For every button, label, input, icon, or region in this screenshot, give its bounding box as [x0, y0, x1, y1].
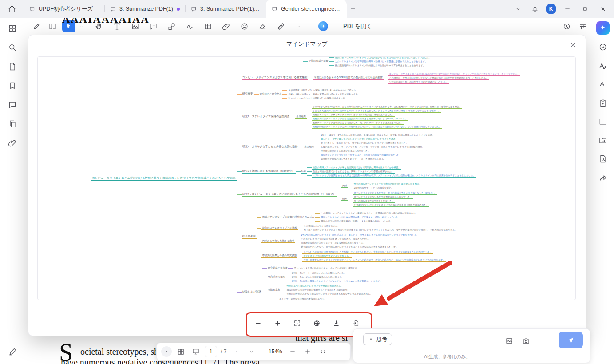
- mindmap-node-label[interactable]: 全体結果: [295, 115, 307, 119]
- close-window-button[interactable]: [596, 2, 610, 16]
- mindmap-node-label[interactable]: 結論および謝辞: [242, 290, 262, 294]
- avatar[interactable]: K: [546, 4, 556, 14]
- thinking-mode-chip[interactable]: 思考: [363, 333, 392, 345]
- insert-image-icon[interactable]: [503, 335, 515, 347]
- proofread-icon[interactable]: [597, 78, 609, 91]
- mindmap-node-label[interactable]: ステレオタイプのない条件では男女差はみられなかった。: [353, 195, 413, 199]
- mindmap-node-label[interactable]: 研究1〜4はいずれも事前登録済みの分析に基づく。: [291, 276, 345, 279]
- mindmap-node-label[interactable]: 子どもたちは女の子の興味に関するステレオタイプを支持した。女子よりも男子が高い傾…: [312, 109, 440, 113]
- mindmap-node-label[interactable]: 性別の興味ステレオタイプが実際の活動選択をゆがめるかを検証。: [353, 182, 422, 186]
- zoom-level-value[interactable]: 154%: [267, 348, 284, 355]
- ai-assistant-icon[interactable]: [318, 21, 328, 31]
- fit-width-button[interactable]: [317, 345, 329, 358]
- thumbnails-icon[interactable]: [6, 60, 19, 73]
- tab-summarize-pdf[interactable]: 3. Summarize PDF(1): [104, 0, 185, 18]
- tab-updf-beginner[interactable]: UPDF初心者シリーズ: [24, 0, 104, 18]
- notifications-bell-icon[interactable]: [529, 3, 541, 15]
- eraser-tool-icon[interactable]: [256, 20, 269, 32]
- tab-list-chevron-icon[interactable]: [512, 3, 524, 15]
- mindmap-node-label[interactable]: この興味においてもステレオタイプ脅威のみでなく、所属感や自己効力感の経路が示唆さ…: [320, 212, 419, 215]
- copy-pages-icon[interactable]: [6, 118, 19, 130]
- mindmap-node-label[interactable]: 今後、関連するステレオタイプの科学やイノベーションへの応用研究、教育への応用など…: [302, 258, 446, 262]
- mindmap-node-label[interactable]: 研究3：興味に関する実験結果（縦断研究）: [242, 170, 296, 174]
- mindmap-node-label[interactable]: 4〜6歳児においてもステレオタイプの低い活動を選ぶ傾向が確認された。: [353, 203, 429, 207]
- mindmap-node-label[interactable]: 小学1年から高校3年までの子どもの興味に関するステレオタイプを支持する率、また能…: [312, 105, 462, 109]
- mindmap-node-label[interactable]: 性別に基づく興味ステレオタイプが早期に形成される。: [286, 285, 344, 288]
- close-icon[interactable]: [567, 39, 579, 51]
- next-page-button[interactable]: [245, 345, 257, 358]
- updf-ai-icon[interactable]: [596, 21, 610, 35]
- reader-layout-icon[interactable]: [597, 115, 609, 128]
- measure-tool-icon[interactable]: [274, 20, 287, 32]
- mindmap-node-label[interactable]: 能力ステレオタイプは年齢とともに減少した一方、興味ステレオタイプは高止まりした。: [312, 121, 404, 125]
- mindmap-node-label[interactable]: 興味に関する信念が行動に影響することを示した初期の研究。: [286, 289, 351, 292]
- mindmap-node-label[interactable]: コンピュータサイエンスと工学における性別に基づく興味のステレオタイプの早期形成と…: [91, 176, 237, 181]
- mindmap-node-label[interactable]: 研究1〜4の結果は興味ステレオタイプがコンピュータサイエンス系で顕著なことを示す…: [291, 280, 383, 283]
- mindmap-node-label[interactable]: 研究1：ステレオタイプ保持の全国調査: [242, 115, 290, 119]
- zoom-in-button[interactable]: [269, 316, 286, 331]
- open-pdf-label[interactable]: PDFを開く: [343, 22, 372, 30]
- search-icon[interactable]: [6, 41, 19, 54]
- notes-icon[interactable]: [597, 97, 609, 109]
- zoom-in-button[interactable]: [301, 345, 314, 358]
- previous-page-button[interactable]: [230, 345, 242, 358]
- mindmap-node-label[interactable]: 幼少期のやわらかなベースで興味ステレオタイプをほどく小さな試みが大きな効果をもた…: [300, 245, 399, 249]
- apps-grid-icon[interactable]: [6, 22, 19, 35]
- mindmap-node-label[interactable]: 女子の興味は条件間で大きく変化した。: [353, 199, 395, 203]
- mindmap-node-label[interactable]: 性別に基づく興味ステレオタイプは幼少期から早ければ6歳の子どもたちに出現していま…: [334, 56, 432, 59]
- mindmap-node-label[interactable]: ステレオタイプのある条件では、女子の興味が男子よりも低くなった（d=0.7）。: [353, 191, 437, 195]
- mindmap-node-label[interactable]: 研究助成と参加者: [267, 266, 288, 270]
- comments-icon[interactable]: [6, 99, 19, 111]
- mindmap-node-label[interactable]: 早期の形成と影響: [308, 59, 329, 63]
- more-tools-icon[interactable]: [293, 20, 305, 32]
- mindmap-node-label[interactable]: コンピュータサイエンスおよび工学における男女格差: [242, 76, 308, 80]
- mindmap-node-label[interactable]: 分野間の差はこれらの分野でとりわけ顕著になっている。: [388, 80, 449, 84]
- language-button[interactable]: [309, 316, 325, 331]
- mindmap-node-label[interactable]: 主な結果: [303, 145, 315, 149]
- mindmap-node-label[interactable]: 3つのクロスセクショナル調査と2つの実験で構成される。: [287, 97, 348, 100]
- fit-screen-button[interactable]: [289, 316, 306, 331]
- mindmap-node-label[interactable]: 実際には性別のみでなく興味ステレオタイプの効果も多様なサンプルで確認される。: [286, 293, 373, 296]
- mindmap-node-label[interactable]: 研究成果の要約: [267, 275, 286, 279]
- mindmap-node-label[interactable]: 興味: [341, 184, 348, 188]
- mindmap-node-label[interactable]: 社会経済状況による大きな差はみられなかった。: [320, 150, 371, 153]
- bookmark-icon[interactable]: [6, 79, 19, 92]
- mindmap-node-label[interactable]: 限界: [267, 299, 273, 300]
- mindmap-node-label[interactable]: なぜ興味の方が強く作用するのか。: [303, 225, 341, 228]
- export-icon[interactable]: [597, 134, 609, 146]
- mindmap-node-label[interactable]: 興味の低下が下流の進路選択に影響し、大人の職場の偏りにつながる。: [320, 220, 394, 223]
- mindmap-node-label[interactable]: ワシントン大学等の助成金のもと、すべての参加者に感謝する。: [293, 267, 360, 270]
- page-number-input[interactable]: 1: [205, 346, 217, 357]
- thumbnails-view-icon[interactable]: [174, 345, 187, 358]
- translate-icon[interactable]: [597, 59, 609, 72]
- mindmap-node-label[interactable]: 米国におけるあらゆるSTEM分野での男女差とその社会的影響: [313, 76, 383, 80]
- reader-mode-icon[interactable]: [46, 20, 59, 32]
- mindmap-node-label[interactable]: このステレオタイプが学童前期の興味・動機づけ・所属感に影響を与えることがあります…: [334, 60, 428, 63]
- edit-pen-icon[interactable]: [30, 20, 43, 32]
- mindmap-node-label[interactable]: 本研究の限界と今後の研究課題: [261, 254, 297, 258]
- mindmap-node-label[interactable]: 大規模調査（研究1・2）と実験（研究3・4）を組み合わせて行った。: [287, 89, 359, 92]
- avatar-edit-icon[interactable]: [597, 41, 609, 53]
- mindmap-node-label[interactable]: 興味ある研究を実施する意味: [261, 239, 295, 243]
- download-button[interactable]: [328, 316, 345, 331]
- mindmap-node-label[interactable]: 総合的考察: [242, 235, 257, 239]
- preferences-icon[interactable]: [576, 20, 589, 32]
- mindmap-node-label[interactable]: ステレオタイプは地域や文化によりずれうる。: [302, 254, 352, 258]
- mindmap-node-label[interactable]: 基礎教育段階の介入がジェンダーのSTEM興味格差を変えうる。: [300, 241, 366, 245]
- tab-gender-stereotypes[interactable]: Gender ster...engineering: [266, 0, 347, 18]
- mindmap-node-label[interactable]: 研究4：コンピュータサイエンス活動に関わる子どもの実験結果（4〜6歳児）: [242, 193, 337, 197]
- mindmap-node-label[interactable]: 研究1〜4のデータ・材料はいずれも公開されている。: [291, 272, 347, 275]
- presentation-mode-icon[interactable]: [190, 345, 202, 358]
- mindmap-node-label[interactable]: 年齢・人種・地域など、多様な背景を持つ子ども・青年を対象とする。: [287, 93, 360, 96]
- mindmap-node-label[interactable]: 1つ1つの興味ステレオタイプ（思い込み）が、コンピュータサイエンスと工学の興味ス…: [300, 233, 420, 237]
- mindmap-node-label[interactable]: 自分と同性が活躍できると伝えると、興味ステレオタイプの影響が緩和された。: [312, 170, 395, 174]
- mindmap-node-label[interactable]: 性別の興味ステレオタイプが単なる世間知ではなく因果的に興味を生み出すかを検証。: [312, 166, 401, 170]
- signature-tool-icon[interactable]: [183, 20, 196, 32]
- mindmap-node-label[interactable]: 2種類の条件で、子どもの興味を測定。: [353, 186, 394, 190]
- minimize-button[interactable]: [561, 2, 574, 16]
- new-tab-button[interactable]: [347, 3, 359, 15]
- mindmap-canvas[interactable]: コンピュータサイエンスと工学における性別に基づく興味のステレオタイプの早期形成と…: [37, 56, 576, 300]
- mindmap-node-label[interactable]: このステレオタイプは日常会話を通って伝播され、強化されやすい。: [300, 237, 372, 241]
- mindmap-node-label[interactable]: 女性的特性のステレオタイプと興味の相関を示しており、「自分はこの分野に向いていな…: [312, 125, 442, 129]
- home-icon[interactable]: [6, 3, 18, 15]
